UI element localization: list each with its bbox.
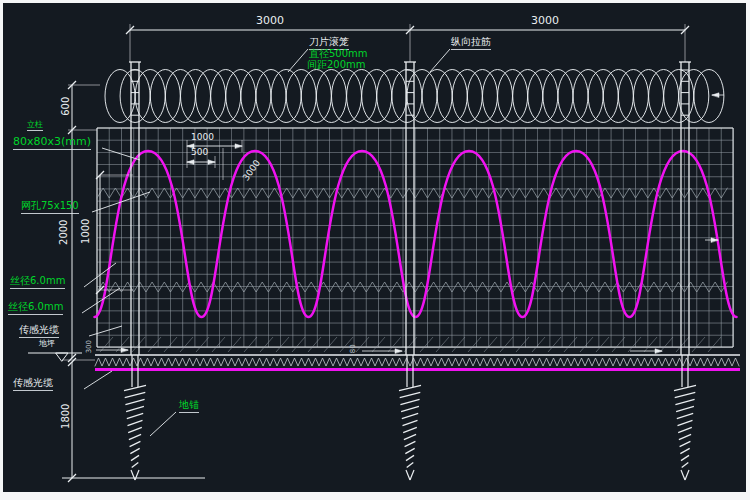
dim-coil-height: 600 xyxy=(61,90,72,122)
tie-bar-label: 纵向拉筋 xyxy=(451,37,491,50)
dim-top-span-right: 3000 xyxy=(510,15,580,27)
sensor-cable-upper-label: 传感光缆 xyxy=(19,325,59,338)
dim-left-offset: 300 xyxy=(86,337,93,357)
dim-mesh-height: 1000 xyxy=(81,213,92,249)
cad-sheet: 3000 3000 刀片滚笼 直径500mm 间距200mm 纵向拉筋 立柱 8… xyxy=(0,0,750,500)
wire-diameter-label-2: 丝径6.0mm xyxy=(8,302,63,315)
dim-underground-depth: 1800 xyxy=(61,398,72,434)
dim-mid-width: 1000 xyxy=(191,133,214,142)
dim-mid-half: 500 xyxy=(191,148,208,157)
fence-drawing xyxy=(0,0,750,500)
leaders xyxy=(82,49,450,436)
dim-fence-height: 2000 xyxy=(59,214,70,250)
wire-diameter-label-1: 丝径6.0mm xyxy=(10,276,65,289)
ground-anchor-label: 地锚 xyxy=(179,400,199,413)
mesh-spec-label: 网孔75x150 xyxy=(21,201,79,214)
dim-post-offset: 80 xyxy=(350,340,357,358)
post-spec-label: 80x80x3(mm) xyxy=(13,136,91,150)
ground-level-label: 地坪 xyxy=(39,340,55,348)
sensor-cable-lower-label: 传感光缆 xyxy=(13,378,53,391)
dim-top xyxy=(126,24,689,62)
posts xyxy=(124,62,696,480)
ground xyxy=(28,337,740,366)
dim-top-span-left: 3000 xyxy=(235,15,305,27)
coil-spacing-label: 间距200mm xyxy=(307,60,366,71)
coil-diameter-label: 直径500mm xyxy=(309,49,368,60)
post-label: 立柱 xyxy=(27,121,43,131)
